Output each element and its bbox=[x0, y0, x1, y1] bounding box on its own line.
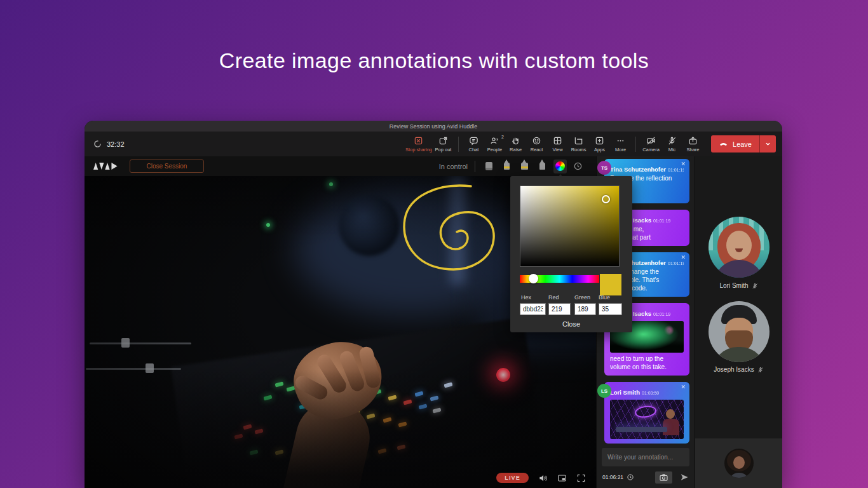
view-button[interactable]: View bbox=[547, 136, 568, 152]
avatar: TS bbox=[597, 161, 611, 175]
in-control-label: In control bbox=[439, 163, 468, 170]
toolbar-divider bbox=[458, 137, 459, 152]
pen-icon bbox=[539, 163, 545, 170]
picture-in-picture-icon[interactable] bbox=[557, 473, 567, 483]
chat-message: LS ✕ Lori Smith01:03:50 bbox=[604, 382, 689, 444]
stop-sharing-icon bbox=[414, 136, 423, 146]
people-icon bbox=[490, 136, 499, 146]
marker-tool-button[interactable] bbox=[518, 159, 531, 173]
yellow-spiral-annotation bbox=[390, 181, 529, 286]
self-avatar bbox=[724, 449, 754, 478]
color-picker-popup: Hex Red Green Blue Close bbox=[510, 176, 632, 332]
green-input[interactable] bbox=[574, 303, 596, 315]
pop-out-button[interactable]: Pop out bbox=[433, 136, 454, 152]
eraser-icon bbox=[485, 162, 492, 170]
color-selector-handle[interactable] bbox=[602, 195, 610, 203]
camera-off-icon bbox=[646, 136, 656, 146]
eraser-tool-button[interactable] bbox=[482, 159, 496, 173]
red-label: Red bbox=[548, 294, 559, 301]
view-icon bbox=[553, 136, 562, 146]
participant-video-lori[interactable] bbox=[709, 217, 770, 278]
toolbar-divider bbox=[635, 137, 636, 152]
hex-input[interactable] bbox=[520, 303, 546, 315]
leave-options-button[interactable] bbox=[759, 135, 776, 152]
close-session-button[interactable]: Close Session bbox=[130, 159, 205, 173]
player-controls: LIVE bbox=[496, 473, 586, 483]
camera-button[interactable]: Camera bbox=[641, 136, 661, 152]
marker-icon bbox=[521, 163, 528, 170]
timestamp-clock-icon[interactable] bbox=[627, 473, 634, 481]
hang-up-icon bbox=[719, 139, 728, 149]
camera-icon bbox=[660, 474, 668, 481]
pop-out-icon bbox=[438, 136, 448, 146]
share-icon bbox=[688, 136, 698, 146]
self-view[interactable] bbox=[695, 438, 782, 488]
rooms-button[interactable]: Rooms bbox=[568, 136, 589, 152]
history-icon bbox=[573, 161, 583, 171]
color-wheel-icon bbox=[555, 161, 565, 171]
leave-button[interactable]: Leave bbox=[711, 135, 776, 152]
meeting-toolbar: 32:32 Stop sharing Pop out Chat 2 People… bbox=[85, 132, 782, 156]
saturation-value-area[interactable] bbox=[520, 186, 620, 267]
pencil-icon bbox=[504, 163, 510, 170]
window-titlebar: Review Session using Avid Huddle bbox=[85, 121, 782, 132]
hue-slider-handle[interactable] bbox=[529, 274, 538, 283]
react-button[interactable]: React bbox=[526, 136, 547, 152]
more-button[interactable]: More bbox=[610, 136, 631, 152]
annotation-input[interactable] bbox=[602, 448, 689, 466]
selected-color-swatch bbox=[600, 274, 621, 295]
volume-icon[interactable] bbox=[538, 473, 548, 483]
avatar: LS bbox=[597, 384, 611, 398]
chat-icon bbox=[469, 136, 478, 146]
close-icon[interactable]: ✕ bbox=[681, 161, 686, 167]
picker-close-button[interactable]: Close bbox=[510, 320, 632, 328]
page-title: Create image annotations with custom too… bbox=[0, 48, 868, 73]
participant-name-row: Lori Smith bbox=[719, 282, 757, 289]
live-badge: LIVE bbox=[496, 473, 529, 483]
red-input[interactable] bbox=[548, 303, 571, 315]
blue-label: Blue bbox=[599, 294, 610, 301]
react-icon bbox=[532, 136, 541, 146]
more-icon bbox=[616, 136, 625, 146]
raise-hand-icon bbox=[511, 136, 520, 146]
blue-input[interactable] bbox=[599, 303, 622, 315]
timer-value: 32:32 bbox=[107, 140, 125, 148]
capture-frame-button[interactable] bbox=[655, 471, 672, 484]
toolbar-divider bbox=[475, 161, 475, 172]
apps-icon bbox=[595, 136, 604, 146]
send-icon[interactable] bbox=[680, 473, 689, 482]
spinner-icon bbox=[93, 140, 102, 148]
fullscreen-icon[interactable] bbox=[576, 473, 586, 483]
color-wheel-button[interactable] bbox=[553, 159, 567, 173]
participant-video-joseph[interactable] bbox=[709, 301, 770, 362]
pencil-tool-button[interactable] bbox=[500, 159, 513, 173]
share-button[interactable]: Share bbox=[682, 136, 703, 152]
muted-mic-icon bbox=[757, 367, 764, 373]
participants-panel: Lori Smith Joseph Isacks bbox=[695, 156, 782, 488]
mic-off-icon bbox=[667, 136, 677, 146]
pen-tool-button[interactable] bbox=[536, 159, 549, 173]
elapsed-time: 01:06:21 bbox=[602, 474, 623, 480]
participant-name-row: Joseph Isacks bbox=[714, 366, 763, 373]
annotated-frame-thumbnail[interactable] bbox=[610, 400, 684, 439]
session-timer: 32:32 bbox=[93, 140, 125, 148]
green-label: Green bbox=[574, 294, 590, 301]
close-icon[interactable]: ✕ bbox=[681, 255, 686, 261]
window-title: Review Session using Avid Huddle bbox=[390, 123, 477, 130]
muted-mic-icon bbox=[752, 283, 758, 289]
raise-hand-button[interactable]: Raise bbox=[505, 136, 526, 152]
mic-button[interactable]: Mic bbox=[661, 136, 682, 152]
annotation-toolbar: Close Session In control bbox=[85, 156, 596, 176]
rooms-icon bbox=[574, 136, 583, 146]
hue-slider[interactable] bbox=[520, 275, 599, 283]
close-icon[interactable]: ✕ bbox=[681, 384, 686, 390]
people-button[interactable]: 2 People bbox=[484, 136, 505, 152]
chevron-down-icon bbox=[765, 141, 771, 147]
hex-label: Hex bbox=[521, 294, 531, 301]
stop-sharing-button[interactable]: Stop sharing bbox=[405, 136, 433, 152]
history-tool-button[interactable] bbox=[571, 159, 585, 173]
app-window: Review Session using Avid Huddle 32:32 S… bbox=[85, 121, 782, 488]
chat-button[interactable]: Chat bbox=[463, 136, 484, 152]
people-count-badge: 2 bbox=[501, 135, 504, 139]
apps-button[interactable]: Apps bbox=[589, 136, 610, 152]
